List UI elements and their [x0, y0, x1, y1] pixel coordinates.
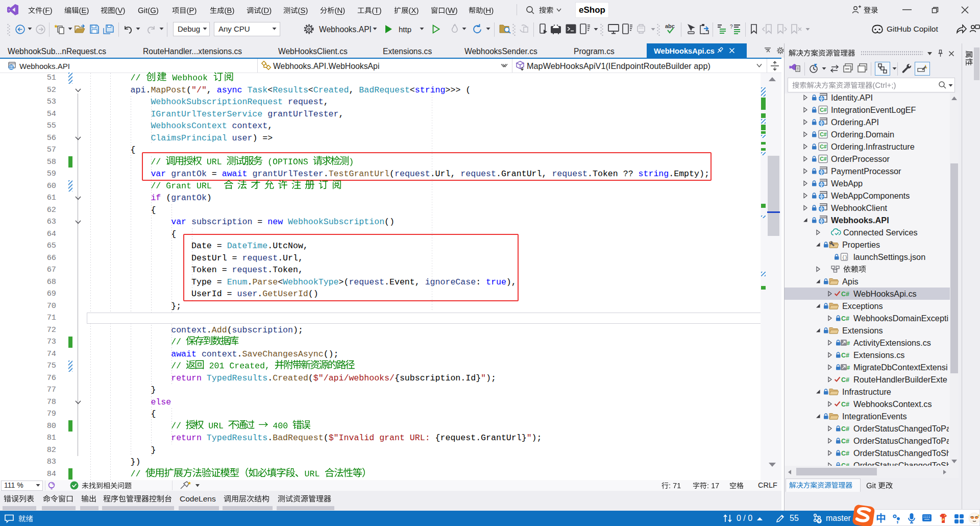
svg-text:C#: C# — [841, 450, 849, 457]
svg-text:C#: C# — [820, 144, 827, 150]
svg-text:C#: C# — [841, 291, 849, 298]
svg-text:?: ? — [730, 24, 733, 30]
svg-text:C#: C# — [820, 107, 827, 113]
svg-text:C#: C# — [820, 156, 827, 162]
svg-text:C#: C# — [841, 401, 849, 408]
svg-text:#: # — [847, 365, 850, 371]
svg-text:C#: C# — [841, 352, 849, 359]
svg-text:#: # — [847, 340, 850, 346]
svg-text:C#: C# — [841, 376, 849, 384]
svg-text:C#: C# — [841, 438, 849, 445]
svg-text:,: , — [896, 515, 898, 524]
svg-text:C#: C# — [820, 131, 827, 137]
svg-text:C#: C# — [841, 425, 849, 433]
svg-text:C#: C# — [841, 315, 849, 322]
svg-text:{}: {} — [842, 255, 848, 260]
